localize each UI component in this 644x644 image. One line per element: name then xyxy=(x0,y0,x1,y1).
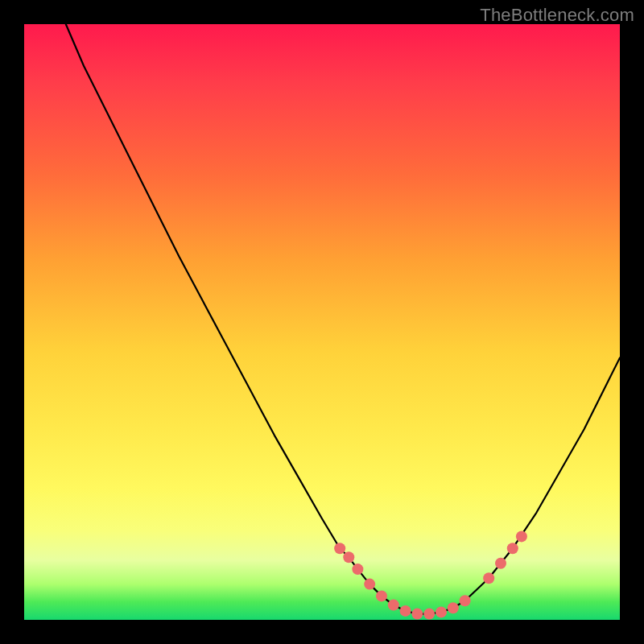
highlight-dot xyxy=(364,579,375,590)
highlight-dot xyxy=(400,605,411,617)
highlight-dot xyxy=(388,600,399,611)
plot-area xyxy=(24,24,620,620)
highlight-dot xyxy=(448,602,459,613)
chart-svg xyxy=(24,24,620,620)
highlight-dot xyxy=(376,590,387,601)
highlight-dot xyxy=(334,543,345,554)
bottleneck-curve xyxy=(66,24,620,614)
highlight-dot xyxy=(343,551,354,563)
watermark-text: TheBottleneck.com xyxy=(480,5,634,26)
highlight-dot xyxy=(411,609,423,620)
highlight-dot xyxy=(436,606,447,617)
highlight-dot xyxy=(483,572,494,584)
highlight-dot xyxy=(423,609,435,620)
highlight-dot xyxy=(507,543,518,554)
chart-stage: TheBottleneck.com xyxy=(0,0,644,644)
highlight-dot xyxy=(516,530,527,542)
highlight-dot xyxy=(352,564,363,575)
highlight-dot xyxy=(495,558,506,569)
highlight-dot xyxy=(460,595,471,606)
